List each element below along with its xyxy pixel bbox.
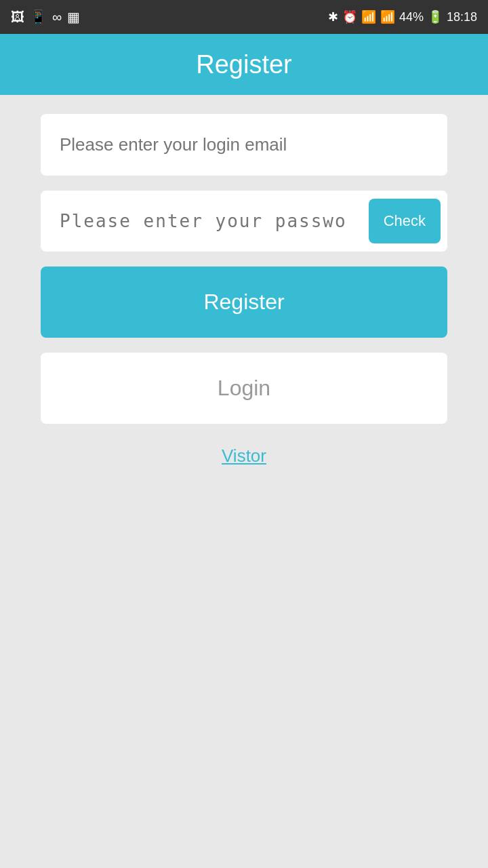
battery-icon: 🔋 bbox=[428, 9, 443, 24]
main-content: Check Register Login Vistor bbox=[0, 95, 488, 868]
status-bar: 🖼 📱 ∞ ▦ ✱ ⏰ 📶 📶 44% 🔋 18:18 bbox=[0, 0, 488, 34]
screen-icon: 📱 bbox=[30, 9, 47, 25]
register-button[interactable]: Register bbox=[41, 267, 447, 338]
bluetooth-icon: ✱ bbox=[328, 9, 338, 24]
check-button[interactable]: Check bbox=[369, 199, 441, 243]
status-bar-left: 🖼 📱 ∞ ▦ bbox=[11, 9, 80, 25]
email-input-container bbox=[41, 114, 447, 176]
app-bar: Register bbox=[0, 34, 488, 95]
battery-percent: 44% bbox=[399, 10, 424, 24]
voicemail-icon: ∞ bbox=[52, 9, 62, 25]
visitor-link-container: Vistor bbox=[41, 446, 447, 467]
status-bar-right: ✱ ⏰ 📶 📶 44% 🔋 18:18 bbox=[328, 9, 477, 24]
visitor-link[interactable]: Vistor bbox=[222, 446, 266, 467]
barcode-icon: ▦ bbox=[67, 9, 80, 25]
email-input[interactable] bbox=[41, 114, 447, 176]
page-title: Register bbox=[196, 50, 292, 79]
alarm-icon: ⏰ bbox=[342, 9, 357, 24]
wifi-icon: 📶 bbox=[361, 9, 376, 24]
gallery-icon: 🖼 bbox=[11, 9, 24, 25]
password-input-container: Check bbox=[41, 191, 447, 252]
password-input[interactable] bbox=[41, 191, 369, 252]
time: 18:18 bbox=[447, 10, 477, 24]
login-button[interactable]: Login bbox=[41, 353, 447, 424]
signal-icon: 📶 bbox=[380, 9, 395, 24]
